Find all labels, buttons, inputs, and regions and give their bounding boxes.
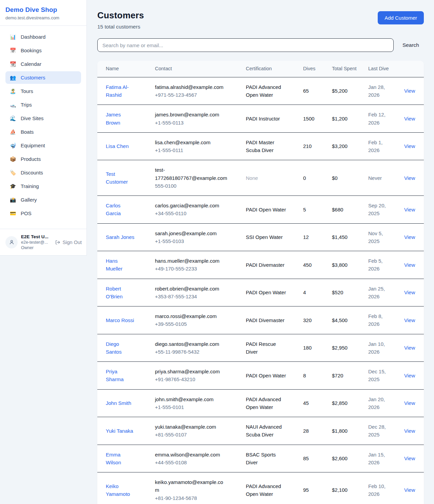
certification-cell: None	[246, 174, 303, 182]
view-link[interactable]: View	[404, 345, 415, 351]
customer-email: marco.rossi@example.com	[155, 312, 227, 320]
view-cell: View	[404, 87, 416, 95]
sidebar-item-label: Discounts	[21, 170, 43, 175]
table-row: Sarah Jones sarah.jones@example.com +1-5…	[97, 223, 424, 251]
sidebar-item-training[interactable]: 🎓 Training	[5, 180, 81, 192]
customer-name-link[interactable]: Robert O'Brien	[106, 286, 123, 299]
sidebar-item-dashboard[interactable]: 📊 Dashboard	[5, 31, 81, 43]
certification-cell: PADI Rescue Diver	[246, 340, 303, 356]
customer-name-link[interactable]: Sarah Jones	[106, 234, 134, 240]
sidebar-item-customers[interactable]: 👥 Customers	[5, 71, 81, 84]
total-spent-cell: $2,850	[332, 399, 368, 407]
name-cell: Test Customer	[106, 170, 155, 186]
view-link[interactable]: View	[404, 290, 415, 295]
sidebar-item-bookings[interactable]: 📅 Bookings	[5, 44, 81, 57]
sidebar-item-pos[interactable]: 💳 POS	[5, 207, 81, 220]
sidebar-item-boats[interactable]: ⛵ Boats	[5, 126, 81, 138]
contact-cell: fatima.alrashid@example.com +971-55-123-…	[155, 83, 246, 99]
customer-email: sarah.jones@example.com	[155, 229, 227, 237]
view-link[interactable]: View	[404, 317, 415, 323]
column-header: Name	[106, 65, 155, 73]
view-link[interactable]: View	[404, 143, 415, 149]
name-cell: Lisa Chen	[106, 142, 155, 150]
customer-name-link[interactable]: James Brown	[106, 112, 121, 125]
customer-name-link[interactable]: Lisa Chen	[106, 143, 129, 149]
user-role: Owner	[21, 245, 48, 250]
table-row: Yuki Tanaka yuki.tanaka@example.com +81-…	[97, 417, 424, 445]
view-link[interactable]: View	[404, 175, 415, 181]
table-row: Marco Rossi marco.rossi@example.com +39-…	[97, 306, 424, 334]
view-link[interactable]: View	[404, 400, 415, 406]
customer-name-link[interactable]: Priya Sharma	[106, 369, 124, 382]
customer-name-link[interactable]: Fatima Al-Rashid	[106, 84, 129, 98]
customer-name-link[interactable]: John Smith	[106, 400, 131, 406]
customer-name-link[interactable]: Marco Rossi	[106, 317, 134, 323]
view-cell: View	[404, 115, 416, 123]
last-dive-cell: Feb 10, 2026	[368, 482, 404, 498]
contact-cell: robert.obrien@example.com +353-87-555-12…	[155, 285, 246, 301]
customer-name-link[interactable]: Hans Mueller	[106, 258, 122, 272]
view-cell: View	[404, 316, 416, 324]
people-icon: 👥	[9, 75, 16, 80]
view-link[interactable]: View	[404, 88, 415, 94]
search-input[interactable]	[97, 38, 394, 52]
certification-cell: SSI Open Water	[246, 233, 303, 241]
name-cell: Yuki Tanaka	[106, 427, 155, 435]
add-customer-button[interactable]: Add Customer	[378, 11, 424, 24]
page-title: Customers	[97, 10, 144, 21]
view-link[interactable]: View	[404, 116, 415, 122]
shop-name[interactable]: Demo Dive Shop	[5, 6, 81, 14]
customer-email: lisa.chen@example.com	[155, 138, 227, 146]
sidebar-item-label: Products	[21, 156, 41, 162]
sidebar-item-discounts[interactable]: 🏷️ Discounts	[5, 166, 81, 179]
view-link[interactable]: View	[404, 428, 415, 434]
sidebar-item-gallery[interactable]: 📸 Gallery	[5, 193, 81, 206]
view-link[interactable]: View	[404, 262, 415, 268]
sidebar: Demo Dive Shop demo.test.divestreams.com…	[0, 0, 87, 256]
table-row: Robert O'Brien robert.obrien@example.com…	[97, 279, 424, 306]
sidebar-item-label: Dashboard	[21, 34, 45, 40]
total-spent-cell: $2,100	[332, 486, 368, 494]
contact-cell: carlos.garcia@example.com +34-555-0110	[155, 202, 246, 218]
table-row: John Smith john.smith@example.com +1-555…	[97, 389, 424, 417]
customer-name-link[interactable]: Test Customer	[106, 171, 128, 185]
view-link[interactable]: View	[404, 455, 415, 461]
search-bar: Search	[97, 38, 424, 52]
last-dive-cell: Nov 5, 2025	[368, 229, 404, 245]
customer-name-link[interactable]: Yuki Tanaka	[106, 428, 133, 434]
certification-cell: PADI Advanced Open Water	[246, 395, 303, 411]
total-spent-cell: $680	[332, 206, 368, 213]
sidebar-item-trips[interactable]: 🛥️ Trips	[5, 98, 81, 111]
last-dive-cell: Jan 20, 2026	[368, 395, 404, 411]
name-cell: Carlos Garcia	[106, 202, 155, 218]
customer-name-link[interactable]: Emma Wilson	[106, 452, 121, 465]
search-button[interactable]: Search	[394, 39, 424, 51]
customer-phone: +44-555-0108	[155, 459, 227, 466]
view-link[interactable]: View	[404, 234, 415, 240]
sidebar-item-dive-sites[interactable]: 🌊 Dive Sites	[5, 112, 81, 125]
view-link[interactable]: View	[404, 373, 415, 378]
customer-name-link[interactable]: Carlos Garcia	[106, 203, 121, 216]
customer-name-link[interactable]: Keiko Yamamoto	[106, 483, 130, 497]
customer-email: john.smith@example.com	[155, 395, 227, 403]
last-dive-cell: Sep 20, 2025	[368, 202, 404, 218]
sidebar-item-tours[interactable]: 🏝️ Tours	[5, 85, 81, 97]
user-section: E2E Test U... e2e-tester@... Owner Sign …	[0, 229, 86, 255]
package-icon: 📦	[9, 156, 16, 162]
view-link[interactable]: View	[404, 207, 415, 212]
graduation-cap-icon: 🎓	[9, 184, 16, 189]
sign-out-button[interactable]: Sign Out	[55, 240, 82, 245]
customer-name-link[interactable]: Diego Santos	[106, 341, 122, 355]
sidebar-item-calendar[interactable]: 📆 Calendar	[5, 58, 81, 70]
sidebar-item-label: Training	[21, 183, 39, 189]
sidebar-item-label: Calendar	[21, 61, 41, 67]
certification-cell: PADI Open Water	[246, 206, 303, 213]
view-cell: View	[404, 372, 416, 379]
customer-email: diego.santos@example.com	[155, 340, 227, 348]
table-row: Hans Mueller hans.mueller@example.com +4…	[97, 251, 424, 279]
total-spent-cell: $2,950	[332, 344, 368, 352]
column-header	[404, 65, 416, 73]
sidebar-item-equipment[interactable]: 🤿 Equipment	[5, 139, 81, 152]
sidebar-item-products[interactable]: 📦 Products	[5, 153, 81, 165]
view-link[interactable]: View	[404, 487, 415, 493]
